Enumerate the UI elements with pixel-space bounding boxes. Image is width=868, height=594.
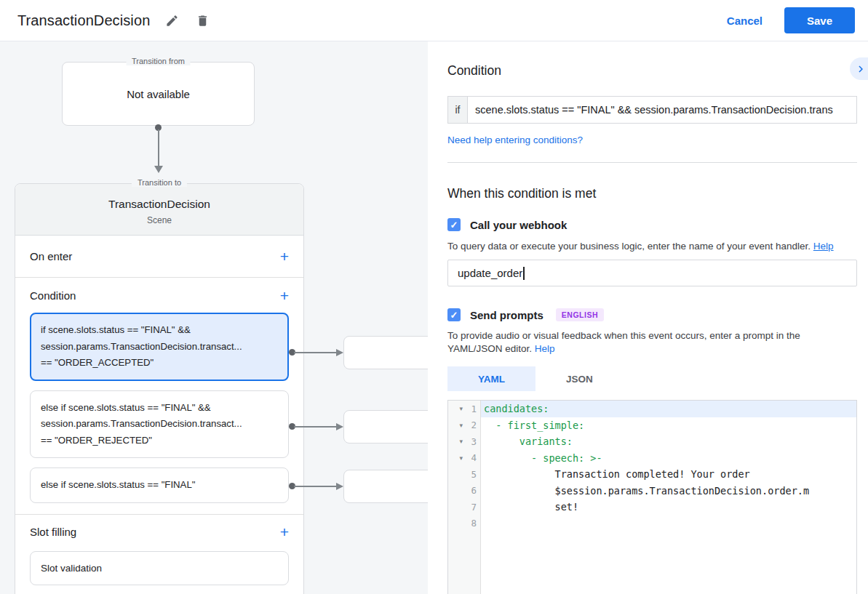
transition-from-box: Transition from Not available <box>62 62 255 126</box>
add-condition-button[interactable]: + <box>280 288 289 303</box>
on-enter-section: On enter + <box>15 236 303 278</box>
prompts-help-link[interactable]: Help <box>535 342 555 356</box>
send-prompts-checkbox[interactable]: ✓ <box>447 308 461 321</box>
code-line: - speech: >- <box>481 450 856 467</box>
section-divider <box>447 162 857 163</box>
language-badge: ENGLISH <box>556 308 604 321</box>
condition-item-rejected[interactable]: else if scene.slots.status == "FINAL" &&… <box>30 390 289 459</box>
connector-line <box>158 129 159 166</box>
fold-arrow-icon[interactable]: ▾ <box>459 405 468 412</box>
slot-filling-label: Slot filling <box>30 526 76 538</box>
condition-item-final[interactable]: else if scene.slots.status == "FINAL" <box>30 467 289 503</box>
pencil-icon <box>165 14 179 28</box>
trash-icon <box>196 14 210 28</box>
if-prefix: if <box>447 96 467 124</box>
add-on-enter-button[interactable]: + <box>280 249 289 264</box>
arrow-right-icon <box>336 349 343 356</box>
fold-arrow-icon[interactable]: ▾ <box>459 422 468 429</box>
code-line: $session.params.TransactionDecision.orde… <box>481 483 856 499</box>
condition-item-accepted[interactable]: if scene.slots.status == "FINAL" && sess… <box>30 313 289 381</box>
send-prompts-label: Send prompts <box>470 309 544 321</box>
code-line: variants: <box>481 433 856 450</box>
tab-json[interactable]: JSON <box>535 366 624 391</box>
collapse-panel-button[interactable] <box>850 57 868 80</box>
transition-target-box[interactable] <box>343 410 428 444</box>
code-line: set! <box>481 499 856 515</box>
slot-filling-section: Slot filling + Slot validation <box>15 515 303 585</box>
connector-line <box>294 486 337 487</box>
top-bar: TransactionDecision Cancel Save <box>0 0 868 41</box>
condition-expression-row: if scene.slots.status == "FINAL" && sess… <box>447 96 857 124</box>
send-prompts-row: ✓ Send prompts ENGLISH <box>447 308 857 321</box>
page-title: TransactionDecision <box>17 12 150 29</box>
scene-card-header: TransactionDecision Scene <box>15 184 303 236</box>
cancel-button[interactable]: Cancel <box>727 15 763 27</box>
condition-section: Condition + if scene.slots.status == "FI… <box>15 278 303 515</box>
text-caret <box>523 267 525 280</box>
code-line: candidates: <box>481 401 856 417</box>
code-line <box>481 515 856 532</box>
when-condition-title: When this condition is met <box>447 186 857 201</box>
save-button[interactable]: Save <box>784 7 855 33</box>
connector-line <box>294 426 337 428</box>
scene-type: Scene <box>15 215 303 225</box>
transition-from-value: Not available <box>127 88 190 100</box>
editor-tabs: YAML JSON <box>447 366 857 391</box>
slot-validation-item[interactable]: Slot validation <box>30 551 289 585</box>
transition-target-box[interactable] <box>343 470 428 503</box>
fold-arrow-icon[interactable]: ▾ <box>459 454 468 462</box>
arrow-right-icon <box>336 423 343 430</box>
scene-name: TransactionDecision <box>15 198 303 211</box>
condition-section-label: Condition <box>30 289 76 302</box>
flow-canvas: Transition from Not available Transition… <box>0 41 428 594</box>
webhook-checkbox[interactable]: ✓ <box>447 218 461 231</box>
fold-arrow-icon[interactable]: ▾ <box>459 438 468 445</box>
condition-help-link[interactable]: Need help entering conditions? <box>447 135 583 145</box>
condition-detail-panel: Condition if scene.slots.status == "FINA… <box>428 41 868 594</box>
transition-target-box[interactable] <box>343 336 428 369</box>
add-slot-button[interactable]: + <box>280 524 289 539</box>
webhook-label: Call your webhook <box>470 219 567 231</box>
tab-yaml[interactable]: YAML <box>447 366 535 391</box>
yaml-editor[interactable]: ▾1 ▾2 ▾3 ▾4 5 6 7 8 candidates: - first_… <box>447 400 857 594</box>
transition-to-legend: Transition to <box>132 178 187 187</box>
webhook-description: To query data or execute your business l… <box>447 240 857 253</box>
webhook-help-link[interactable]: Help <box>813 240 834 253</box>
event-handler-input[interactable]: update_order <box>447 260 857 286</box>
arrow-right-icon <box>336 483 343 490</box>
delete-scene-button[interactable] <box>194 12 211 29</box>
transition-from-legend: Transition from <box>126 57 191 65</box>
condition-expression-input[interactable]: scene.slots.status == "FINAL" && session… <box>467 96 857 124</box>
code-line: Transaction completed! Your order <box>481 466 856 483</box>
editor-gutter: ▾1 ▾2 ▾3 ▾4 5 6 7 8 <box>448 401 481 594</box>
scene-card: Transition to TransactionDecision Scene … <box>15 183 304 594</box>
chevron-right-icon <box>854 63 867 76</box>
prompts-description: To provide audio or visual feedback when… <box>447 329 857 356</box>
panel-title: Condition <box>447 63 857 79</box>
edit-title-button[interactable] <box>163 12 180 29</box>
code-line: - first_simple: <box>481 417 856 434</box>
on-enter-label: On enter <box>30 250 72 262</box>
webhook-row: ✓ Call your webhook <box>447 218 857 231</box>
connector-line <box>294 352 337 353</box>
editor-code-area[interactable]: candidates: - first_simple: variants: - … <box>481 401 856 594</box>
arrow-down-icon <box>154 166 163 173</box>
